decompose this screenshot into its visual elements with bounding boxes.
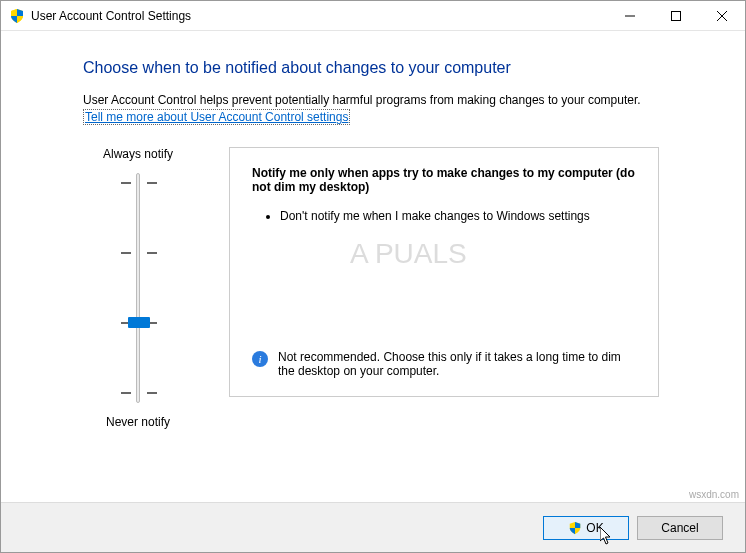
ok-button-label: OK [586, 521, 603, 535]
cancel-button-label: Cancel [661, 521, 698, 535]
info-icon: i [252, 351, 268, 367]
slider-column: Always notify Never notify [83, 147, 193, 429]
info-panel: Notify me only when apps try to make cha… [229, 147, 659, 397]
slider-tick [121, 392, 157, 393]
page-heading: Choose when to be notified about changes… [83, 59, 697, 77]
watermark: A PUALS [350, 238, 467, 270]
svg-rect-1 [672, 12, 681, 21]
maximize-button[interactable] [653, 1, 699, 31]
window-controls [607, 1, 745, 30]
shield-icon [9, 8, 25, 24]
help-link[interactable]: Tell me more about User Account Control … [83, 109, 350, 125]
info-footer: i Not recommended. Choose this only if i… [252, 350, 636, 378]
notification-slider[interactable] [83, 173, 193, 403]
info-bullet: Don't notify me when I make changes to W… [280, 208, 636, 225]
slider-top-label: Always notify [83, 147, 193, 161]
titlebar: User Account Control Settings [1, 1, 745, 31]
button-bar: OK Cancel [1, 502, 745, 552]
page-description: User Account Control helps prevent poten… [83, 93, 697, 107]
window-title: User Account Control Settings [31, 9, 607, 23]
slider-track [136, 173, 140, 403]
content-area: Choose when to be notified about changes… [1, 31, 745, 439]
close-button[interactable] [699, 1, 745, 31]
cancel-button[interactable]: Cancel [637, 516, 723, 540]
slider-tick [121, 182, 157, 183]
shield-icon [568, 521, 582, 535]
slider-row: Always notify Never notify Notify me onl… [83, 147, 697, 429]
info-bullet-list: Don't notify me when I make changes to W… [252, 208, 636, 225]
attribution-text: wsxdn.com [689, 489, 739, 500]
slider-tick [121, 252, 157, 253]
info-title: Notify me only when apps try to make cha… [252, 166, 636, 194]
info-footer-text: Not recommended. Choose this only if it … [278, 350, 636, 378]
slider-bottom-label: Never notify [83, 415, 193, 429]
ok-button[interactable]: OK [543, 516, 629, 540]
slider-thumb[interactable] [128, 317, 150, 328]
minimize-button[interactable] [607, 1, 653, 31]
